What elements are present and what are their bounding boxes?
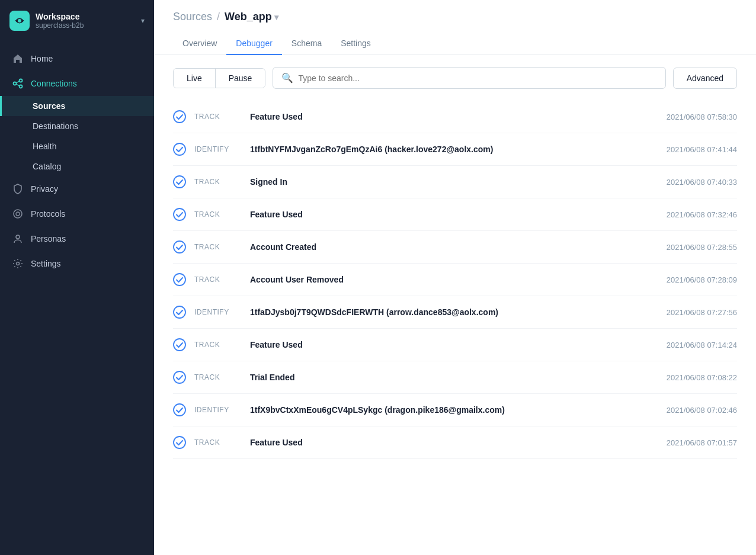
svg-point-7 — [16, 212, 20, 216]
event-status-icon — [173, 371, 186, 384]
connections-icon — [12, 78, 24, 89]
event-name: Feature Used — [250, 112, 658, 121]
event-type: TRACK — [194, 438, 242, 447]
event-name: Account Created — [250, 242, 658, 252]
event-name: Signed In — [250, 177, 658, 187]
event-row[interactable]: TRACK Account User Removed 2021/06/08 07… — [173, 264, 737, 296]
event-time: 2021/06/08 07:08:22 — [667, 373, 737, 382]
sidebar-item-connections-label: Connections — [31, 79, 77, 88]
home-icon — [12, 53, 24, 65]
event-row[interactable]: IDENTIFY 1tfbtNYFMJvganZcRo7gEmQzAi6 (ha… — [173, 133, 737, 166]
workspace-chevron[interactable]: ▾ — [141, 17, 145, 25]
event-name: Feature Used — [250, 438, 658, 447]
live-button[interactable]: Live — [174, 69, 216, 88]
tab-schema[interactable]: Schema — [282, 33, 331, 55]
event-row[interactable]: TRACK Feature Used 2021/06/08 07:58:30 — [173, 101, 737, 133]
event-row[interactable]: TRACK Feature Used 2021/06/08 07:32:46 — [173, 198, 737, 231]
event-type: IDENTIFY — [194, 145, 242, 153]
event-status-icon — [173, 175, 186, 188]
main-content: Sources / Web_app ▾ Overview Debugger Sc… — [154, 0, 756, 555]
events-list: TRACK Feature Used 2021/06/08 07:58:30 I… — [154, 101, 756, 555]
sidebar-sub-item-sources[interactable]: Sources — [0, 96, 154, 116]
event-time: 2021/06/08 07:14:24 — [667, 341, 737, 349]
tab-settings[interactable]: Settings — [331, 33, 380, 55]
privacy-icon — [12, 183, 24, 195]
svg-point-12 — [174, 176, 185, 188]
breadcrumb-dropdown-icon[interactable]: ▾ — [274, 12, 278, 22]
toolbar: Live Pause 🔍 Advanced — [154, 55, 756, 101]
event-type: TRACK — [194, 210, 242, 219]
event-row[interactable]: TRACK Feature Used 2021/06/08 07:01:57 — [173, 426, 737, 459]
svg-point-19 — [174, 404, 185, 416]
svg-point-17 — [174, 339, 185, 351]
event-row[interactable]: TRACK Account Created 2021/06/08 07:28:5… — [173, 231, 737, 264]
sidebar-item-home[interactable]: Home — [0, 46, 154, 71]
svg-point-13 — [174, 208, 185, 220]
main-header: Sources / Web_app ▾ Overview Debugger Sc… — [154, 0, 756, 55]
sidebar-item-connections[interactable]: Connections — [0, 71, 154, 96]
workspace-sub: superclass-b2b — [36, 21, 84, 30]
sidebar-item-privacy[interactable]: Privacy — [0, 177, 154, 201]
event-time: 2021/06/08 07:40:33 — [667, 178, 737, 187]
sidebar-item-settings-label: Settings — [31, 259, 61, 268]
event-status-icon — [173, 306, 186, 319]
event-status-icon — [173, 110, 186, 123]
event-status-icon — [173, 338, 186, 351]
event-status-icon — [173, 436, 186, 449]
svg-line-4 — [17, 81, 20, 83]
tab-debugger[interactable]: Debugger — [226, 33, 282, 55]
svg-point-10 — [174, 111, 185, 123]
search-icon: 🔍 — [281, 72, 293, 84]
tab-overview[interactable]: Overview — [173, 33, 226, 55]
advanced-button[interactable]: Advanced — [673, 68, 737, 89]
workspace-info: Workspace superclass-b2b — [36, 12, 84, 30]
event-type: TRACK — [194, 243, 242, 251]
event-row[interactable]: IDENTIFY 1tfaDJysb0j7T9QWDSdcFIERWTH (ar… — [173, 296, 737, 329]
sidebar-logo — [9, 11, 30, 31]
breadcrumb-separator: / — [217, 11, 220, 23]
breadcrumb-current: Web_app ▾ — [225, 11, 278, 23]
event-time: 2021/06/08 07:27:56 — [667, 308, 737, 317]
sidebar-sub-item-health[interactable]: Health — [0, 136, 154, 156]
sidebar-sub-item-catalog[interactable]: Catalog — [0, 156, 154, 177]
event-row[interactable]: TRACK Feature Used 2021/06/08 07:14:24 — [173, 329, 737, 361]
breadcrumb: Sources / Web_app ▾ — [173, 11, 737, 23]
event-time: 2021/06/08 07:58:30 — [667, 113, 737, 121]
search-box: 🔍 — [273, 67, 665, 89]
pause-button[interactable]: Pause — [216, 69, 265, 88]
sidebar-item-protocols[interactable]: Protocols — [0, 201, 154, 226]
event-name: 1tfaDJysb0j7T9QWDSdcFIERWTH (arrow.dance… — [250, 307, 658, 317]
event-type: IDENTIFY — [194, 308, 242, 316]
sidebar-sub-item-destinations[interactable]: Destinations — [0, 116, 154, 136]
event-type: TRACK — [194, 341, 242, 349]
event-time: 2021/06/08 07:32:46 — [667, 210, 737, 219]
event-status-icon — [173, 208, 186, 221]
event-type: TRACK — [194, 373, 242, 381]
sidebar-nav: Home Connections Sources Destinations — [0, 41, 154, 555]
breadcrumb-sources-link[interactable]: Sources — [173, 11, 212, 23]
event-row[interactable]: TRACK Signed In 2021/06/08 07:40:33 — [173, 166, 737, 198]
event-status-icon — [173, 240, 186, 254]
sidebar-item-personas[interactable]: Personas — [0, 226, 154, 251]
event-time: 2021/06/08 07:01:57 — [667, 438, 737, 447]
event-row[interactable]: TRACK Trial Ended 2021/06/08 07:08:22 — [173, 361, 737, 394]
workspace-header[interactable]: Workspace superclass-b2b ▾ — [0, 0, 154, 41]
svg-point-11 — [174, 143, 185, 155]
svg-point-9 — [17, 262, 20, 265]
sidebar-item-settings[interactable]: Settings — [0, 251, 154, 276]
sidebar-item-personas-label: Personas — [31, 234, 66, 243]
event-row[interactable]: IDENTIFY 1tfX9bvCtxXmEou6gCV4pLSykgc (dr… — [173, 394, 737, 426]
svg-point-8 — [16, 235, 20, 239]
svg-point-16 — [174, 306, 185, 318]
event-status-icon — [173, 403, 186, 416]
svg-point-14 — [174, 241, 185, 253]
settings-icon — [12, 258, 24, 270]
svg-point-1 — [14, 82, 17, 85]
event-type: TRACK — [194, 275, 242, 284]
event-type: TRACK — [194, 178, 242, 186]
search-input[interactable] — [298, 73, 656, 83]
protocols-icon — [12, 208, 24, 220]
sidebar-sub-items: Sources Destinations Health Catalog — [0, 96, 154, 177]
event-time: 2021/06/08 07:41:44 — [667, 145, 737, 154]
svg-line-5 — [17, 84, 20, 86]
